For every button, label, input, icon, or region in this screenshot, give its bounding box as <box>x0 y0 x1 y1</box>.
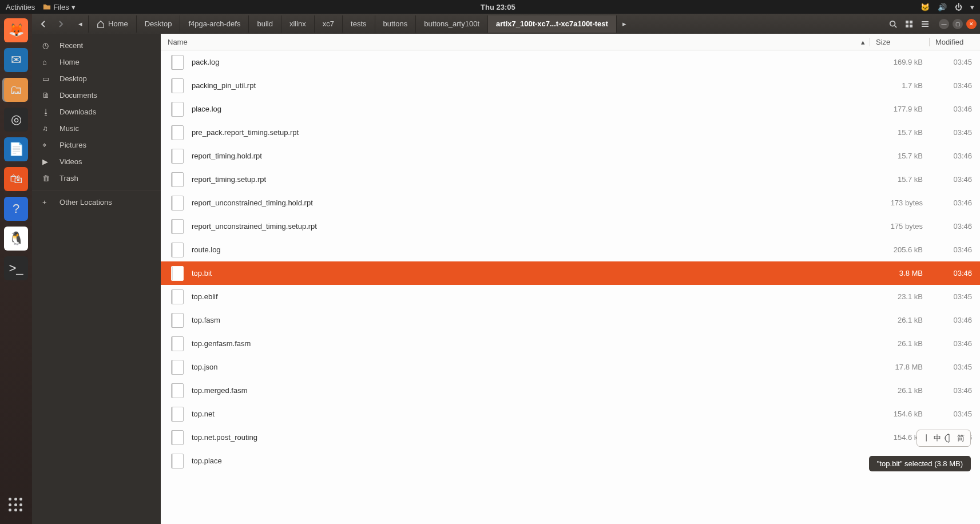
file-modified: 03:46 <box>930 199 980 207</box>
file-row[interactable]: place.log177.9 kB03:46 <box>161 97 980 121</box>
breadcrumb-segment[interactable]: xilinx <box>281 15 315 33</box>
breadcrumb-scroll-left[interactable]: ◂ <box>72 16 88 32</box>
launcher-app-firefox[interactable]: 🦊 <box>4 18 28 42</box>
file-icon <box>171 313 184 328</box>
file-list[interactable]: pack.log169.9 kB03:45packing_pin_util.rp… <box>161 50 980 524</box>
sidebar-item-pictures[interactable]: ⌖Pictures <box>32 137 161 153</box>
home-icon: ⌂ <box>42 58 51 66</box>
file-size: 23.1 kB <box>870 292 930 301</box>
sidebar-item-other-locations[interactable]: +Other Locations <box>32 194 161 211</box>
breadcrumb-segment[interactable]: Desktop <box>137 15 181 33</box>
file-name: top.place <box>192 456 870 465</box>
file-row[interactable]: top.net154.6 kB03:45 <box>161 402 980 426</box>
back-button[interactable] <box>35 16 51 32</box>
minimize-button[interactable]: — <box>939 19 949 29</box>
maximize-button[interactable]: ▢ <box>953 19 963 29</box>
hamburger-menu-button[interactable] <box>917 16 933 32</box>
file-name: top.merged.fasm <box>192 386 870 395</box>
file-row[interactable]: report_timing.setup.rpt15.7 kB03:46 <box>161 168 980 191</box>
file-modified: 03:46 <box>930 175 980 184</box>
file-name: top.fasm <box>192 316 870 324</box>
file-row[interactable]: pack.log169.9 kB03:45 <box>161 50 980 74</box>
file-size: 26.1 kB <box>870 316 930 324</box>
launcher-app-thunderbird[interactable]: ✉ <box>4 48 28 72</box>
breadcrumb-segment[interactable]: build <box>249 15 281 33</box>
sidebar-item-trash[interactable]: 🗑Trash <box>32 170 161 186</box>
file-row[interactable]: report_timing.hold.rpt15.7 kB03:46 <box>161 144 980 168</box>
file-row[interactable]: top.net.post_routing154.6 kB03:46 <box>161 426 980 449</box>
breadcrumb-segment[interactable]: Home <box>88 15 137 33</box>
activities-button[interactable]: Activities <box>6 3 35 11</box>
forward-button[interactable] <box>53 16 69 32</box>
launcher-app-libreoffice-writer[interactable]: 📄 <box>4 137 28 161</box>
breadcrumb-segment[interactable]: buttons <box>375 15 416 33</box>
file-manager-window: ◂ HomeDesktopf4pga-arch-defsbuildxilinxx… <box>32 14 980 524</box>
file-row[interactable]: report_unconstrained_timing.setup.rpt175… <box>161 215 980 238</box>
power-icon[interactable]: ⏻ <box>955 3 962 11</box>
breadcrumb-segment[interactable]: tests <box>343 15 375 33</box>
launcher-app-ubuntu-software[interactable]: 🛍 <box>4 167 28 191</box>
svg-rect-2 <box>910 21 912 23</box>
tray-icon-1[interactable]: 🐱 <box>921 3 930 11</box>
breadcrumb-segment[interactable]: xc7 <box>315 15 343 33</box>
sidebar-item-documents[interactable]: 🗎Documents <box>32 87 161 104</box>
file-size: 17.8 MB <box>870 363 930 371</box>
file-name: route.log <box>192 245 870 254</box>
sidebar-item-label: Music <box>59 124 79 133</box>
file-size: 175 bytes <box>870 222 930 231</box>
music-icon: ♫ <box>42 124 51 133</box>
breadcrumb-segment[interactable]: artix7_100t-xc7...t-xc7a100t-test <box>488 15 617 33</box>
file-row[interactable]: top.place <box>161 449 980 473</box>
file-row[interactable]: top.fasm26.1 kB03:46 <box>161 308 980 332</box>
breadcrumb-scroll-right[interactable]: ▸ <box>617 16 633 32</box>
ime-key[interactable]: 丨 <box>923 433 930 443</box>
sidebar-item-label: Pictures <box>59 141 86 149</box>
launcher-app-custom-app[interactable]: 🐧 <box>4 227 28 251</box>
close-button[interactable]: ✕ <box>966 19 977 29</box>
file-row[interactable]: packing_pin_util.rpt1.7 kB03:46 <box>161 74 980 97</box>
launcher-app-rhythmbox[interactable]: ◎ <box>4 108 28 132</box>
file-name: report_unconstrained_timing.setup.rpt <box>192 222 870 231</box>
file-row[interactable]: route.log205.6 kB03:46 <box>161 238 980 261</box>
file-row[interactable]: report_unconstrained_timing.hold.rpt173 … <box>161 191 980 215</box>
sidebar-item-downloads[interactable]: ⭳Downloads <box>32 104 161 120</box>
sidebar-item-desktop[interactable]: ▭Desktop <box>32 70 161 87</box>
file-row[interactable]: top.json17.8 MB03:45 <box>161 355 980 379</box>
sidebar-item-recent[interactable]: ◷Recent <box>32 37 161 54</box>
launcher-app-terminal[interactable]: >_ <box>4 256 28 280</box>
chevron-down-icon[interactable]: ▾ <box>970 3 974 11</box>
file-size: 154.6 kB <box>870 410 930 418</box>
application-menu[interactable]: Files ▾ <box>43 3 75 11</box>
show-applications-button[interactable] <box>4 493 28 517</box>
file-name: top.genfasm.fasm <box>192 339 870 348</box>
view-toggle-button[interactable] <box>901 16 917 32</box>
file-row[interactable]: top.eblif23.1 kB03:45 <box>161 285 980 308</box>
breadcrumb-segment[interactable]: f4pga-arch-defs <box>180 15 249 33</box>
file-modified: 03:46 <box>930 245 980 254</box>
ime-indicator[interactable]: 丨中简 <box>916 430 971 447</box>
sidebar-item-videos[interactable]: ▶Videos <box>32 153 161 170</box>
launcher-app-files[interactable]: 🗂 <box>4 78 28 102</box>
sidebar-item-music[interactable]: ♫Music <box>32 120 161 137</box>
ime-key[interactable]: 简 <box>957 433 965 443</box>
search-button[interactable] <box>885 16 901 32</box>
column-header-modified[interactable]: Modified <box>930 38 980 46</box>
sidebar-item-home[interactable]: ⌂Home <box>32 54 161 70</box>
file-icon <box>171 172 184 187</box>
column-header-size[interactable]: Size <box>870 38 930 46</box>
file-row[interactable]: top.bit3.8 MB03:46 <box>161 261 980 285</box>
breadcrumb-segment[interactable]: buttons_arty100t <box>416 15 488 33</box>
file-modified: 03:45 <box>930 410 980 418</box>
volume-icon[interactable]: 🔊 <box>938 3 947 11</box>
launcher-app-help[interactable]: ? <box>4 197 28 221</box>
documents-icon: 🗎 <box>42 91 51 100</box>
file-size: 15.7 kB <box>870 152 930 160</box>
file-row[interactable]: top.merged.fasm26.1 kB03:46 <box>161 379 980 402</box>
file-row[interactable]: pre_pack.report_timing.setup.rpt15.7 kB0… <box>161 121 980 144</box>
file-icon <box>171 78 184 93</box>
clock[interactable]: Thu 23:05 <box>481 3 515 11</box>
ime-key[interactable]: 中 <box>934 433 941 443</box>
file-row[interactable]: top.genfasm.fasm26.1 kB03:46 <box>161 332 980 355</box>
ime-key[interactable] <box>945 434 954 443</box>
column-header-name[interactable]: Name ▴ <box>161 38 870 46</box>
